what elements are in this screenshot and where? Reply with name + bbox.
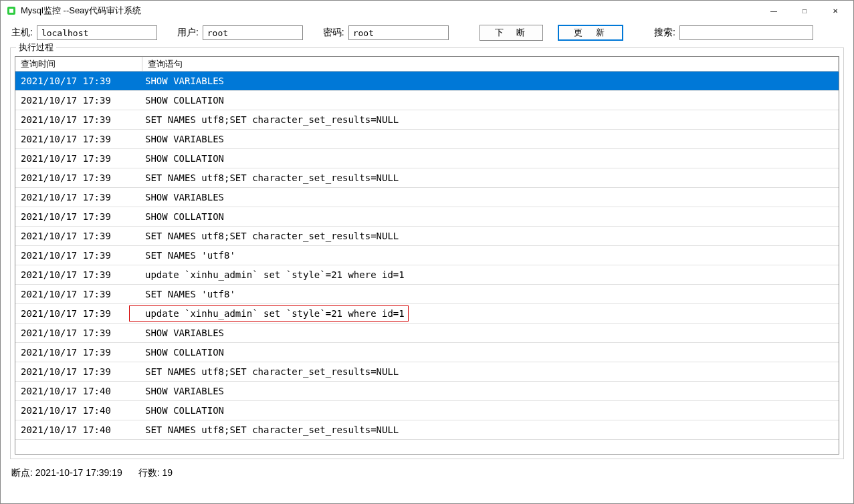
cell-time: 2021/10/17 17:39 [15, 231, 142, 241]
cell-statement: SET NAMES utf8;SET character_set_results… [142, 231, 839, 241]
close-button[interactable]: ✕ [820, 1, 851, 21]
cell-time: 2021/10/17 17:39 [15, 347, 142, 358]
cell-time: 2021/10/17 17:39 [15, 114, 142, 125]
cell-time: 2021/10/17 17:39 [15, 172, 142, 183]
cell-statement: SET NAMES utf8;SET character_set_results… [142, 424, 839, 435]
table-row[interactable]: 2021/10/17 17:39SET NAMES 'utf8' [15, 246, 839, 265]
cell-time: 2021/10/17 17:39 [15, 250, 142, 261]
password-label: 密码: [323, 27, 344, 39]
user-label: 用户: [177, 27, 199, 39]
statusbar: 断点: 2021-10-17 17:39:19 行数: 19 [1, 465, 853, 482]
cell-time: 2021/10/17 17:39 [15, 95, 142, 106]
svg-rect-1 [9, 9, 13, 13]
table-body: 2021/10/17 17:39SHOW VARIABLES2021/10/17… [15, 72, 839, 440]
col-statement[interactable]: 查询语句 [142, 57, 839, 71]
minimize-button[interactable]: — [758, 1, 789, 21]
cell-statement: SHOW VARIABLES [142, 328, 839, 338]
search-label: 搜索: [654, 27, 675, 39]
cell-statement: SHOW VARIABLES [142, 134, 839, 144]
table-row[interactable]: 2021/10/17 17:39SHOW VARIABLES [15, 188, 839, 207]
maximize-button[interactable]: □ [789, 1, 820, 21]
table-row[interactable]: 2021/10/17 17:39SHOW COLLATION [15, 343, 839, 362]
refresh-button[interactable]: 更 新 [558, 25, 623, 41]
cell-time: 2021/10/17 17:39 [15, 211, 142, 222]
table-row[interactable]: 2021/10/17 17:39SHOW VARIABLES [15, 324, 839, 343]
window-title: Mysql监控 --Seay代码审计系统 [21, 5, 758, 17]
cell-statement: SHOW VARIABLES [142, 192, 839, 203]
table-row[interactable]: 2021/10/17 17:40SHOW VARIABLES [15, 382, 839, 401]
rowcount-status: 行数: 19 [138, 467, 173, 479]
cell-statement: update `xinhu_admin` set `style`=21 wher… [142, 269, 839, 280]
table-row[interactable]: 2021/10/17 17:39SET NAMES utf8;SET chara… [15, 227, 839, 246]
cell-statement: SHOW VARIABLES [142, 76, 839, 86]
cell-time: 2021/10/17 17:39 [15, 76, 142, 86]
cell-statement: SHOW COLLATION [142, 95, 839, 106]
execution-fieldset: 执行过程 查询时间 查询语句 2021/10/17 17:39SHOW VARI… [10, 47, 844, 459]
host-label: 主机: [11, 27, 33, 39]
table-row[interactable]: 2021/10/17 17:39SHOW VARIABLES [15, 72, 839, 91]
cell-statement: SET NAMES 'utf8' [142, 250, 839, 261]
cell-statement: SHOW VARIABLES [142, 386, 839, 396]
cell-time: 2021/10/17 17:39 [15, 134, 142, 144]
cell-time: 2021/10/17 17:39 [15, 289, 142, 299]
password-input[interactable] [348, 25, 449, 40]
window-controls: — □ ✕ [758, 1, 851, 21]
cell-time: 2021/10/17 17:39 [15, 269, 142, 280]
cell-time: 2021/10/17 17:39 [15, 366, 142, 377]
cell-time: 2021/10/17 17:39 [15, 153, 142, 164]
table-row[interactable]: 2021/10/17 17:39update `xinhu_admin` set… [15, 265, 839, 285]
host-input[interactable] [37, 25, 157, 40]
col-time[interactable]: 查询时间 [15, 57, 142, 71]
table-row[interactable]: 2021/10/17 17:39SHOW COLLATION [15, 207, 839, 227]
cell-time: 2021/10/17 17:40 [15, 424, 142, 435]
cell-statement: SHOW COLLATION [142, 153, 839, 164]
breakpoint-status: 断点: 2021-10-17 17:39:19 [11, 467, 122, 479]
cell-statement: SET NAMES utf8;SET character_set_results… [142, 114, 839, 125]
query-table[interactable]: 查询时间 查询语句 2021/10/17 17:39SHOW VARIABLES… [15, 56, 839, 455]
user-input[interactable] [203, 25, 303, 40]
app-icon [6, 5, 17, 16]
titlebar: Mysql监控 --Seay代码审计系统 — □ ✕ [1, 1, 853, 21]
table-row[interactable]: 2021/10/17 17:39SHOW COLLATION [15, 91, 839, 110]
fieldset-legend: 执行过程 [16, 41, 56, 53]
table-row[interactable]: 2021/10/17 17:39SHOW COLLATION [15, 149, 839, 168]
cell-time: 2021/10/17 17:40 [15, 386, 142, 396]
table-header: 查询时间 查询语句 [15, 57, 839, 72]
break-button[interactable]: 下 断 [479, 25, 544, 41]
cell-time: 2021/10/17 17:39 [15, 328, 142, 338]
table-row[interactable]: 2021/10/17 17:39SET NAMES utf8;SET chara… [15, 110, 839, 130]
cell-statement: update `xinhu_admin` set `style`=21 wher… [142, 308, 839, 319]
cell-time: 2021/10/17 17:39 [15, 192, 142, 203]
cell-statement: SET NAMES utf8;SET character_set_results… [142, 172, 839, 183]
table-row[interactable]: 2021/10/17 17:39SET NAMES utf8;SET chara… [15, 362, 839, 382]
cell-statement: SHOW COLLATION [142, 347, 839, 358]
table-row[interactable]: 2021/10/17 17:39SHOW VARIABLES [15, 130, 839, 149]
search-input[interactable] [679, 25, 813, 40]
cell-statement: SHOW COLLATION [142, 211, 839, 222]
table-row[interactable]: 2021/10/17 17:40SHOW COLLATION [15, 401, 839, 420]
cell-time: 2021/10/17 17:39 [15, 308, 142, 319]
table-row[interactable]: 2021/10/17 17:40SET NAMES utf8;SET chara… [15, 420, 839, 440]
table-row[interactable]: 2021/10/17 17:39SET NAMES utf8;SET chara… [15, 168, 839, 188]
cell-time: 2021/10/17 17:40 [15, 405, 142, 416]
table-row[interactable]: 2021/10/17 17:39SET NAMES 'utf8' [15, 285, 839, 304]
toolbar: 主机: 用户: 密码: 下 断 更 新 搜索: [1, 21, 853, 47]
table-row[interactable]: 2021/10/17 17:39update `xinhu_admin` set… [15, 304, 839, 324]
cell-statement: SET NAMES 'utf8' [142, 289, 839, 299]
cell-statement: SHOW COLLATION [142, 405, 839, 416]
cell-statement: SET NAMES utf8;SET character_set_results… [142, 366, 839, 377]
